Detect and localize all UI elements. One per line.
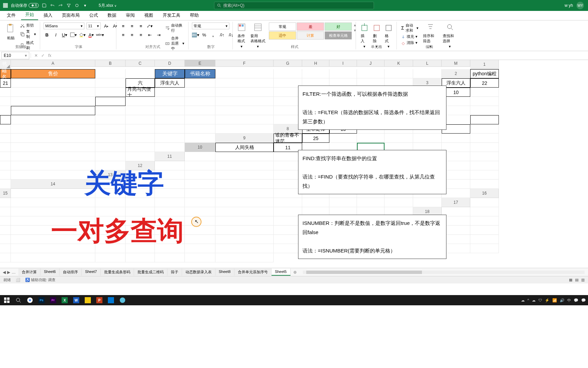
- cell-H8[interactable]: [0, 134, 11, 143]
- col-header-L[interactable]: L: [413, 60, 442, 67]
- cell-J19[interactable]: [215, 226, 274, 235]
- cell-I18[interactable]: [215, 216, 274, 226]
- sheet-tab[interactable]: Sheet6: [40, 269, 60, 276]
- cell-G8[interactable]: [470, 124, 499, 134]
- cell-F20[interactable]: [11, 235, 95, 244]
- cell-E4[interactable]: [11, 97, 95, 106]
- cell-B2[interactable]: 21: [0, 78, 11, 88]
- fill-color-button[interactable]: ▾: [79, 31, 86, 38]
- volume-icon[interactable]: 🔊: [560, 298, 565, 303]
- wrap-text-button[interactable]: 自动换行: [164, 22, 185, 33]
- cell-A17[interactable]: [470, 198, 499, 207]
- cell-E6[interactable]: [470, 106, 499, 115]
- cell-J9[interactable]: [11, 143, 95, 152]
- cut-button[interactable]: 剪切: [19, 22, 37, 28]
- cell-H22[interactable]: [11, 253, 95, 262]
- cell-H3[interactable]: [185, 88, 215, 97]
- cell-A16[interactable]: [0, 198, 11, 207]
- tab-layout[interactable]: 页面布局: [58, 11, 84, 20]
- cell-L6[interactable]: [215, 115, 274, 124]
- row-header-2[interactable]: 2: [442, 69, 470, 78]
- spreadsheet-grid[interactable]: ABCDEFGHIJKLM1书籍名称售价关键字书籍名称2python编程21六浮…: [0, 60, 588, 268]
- cell-G5[interactable]: [95, 106, 126, 115]
- tab-review[interactable]: 审阅: [122, 11, 139, 20]
- qat-more-icon[interactable]: ▾: [82, 3, 88, 8]
- cell-C4[interactable]: [470, 88, 499, 97]
- cell-L7[interactable]: [185, 124, 215, 134]
- row-header-1[interactable]: 1: [470, 60, 499, 69]
- word-icon[interactable]: W: [71, 295, 81, 305]
- sheet-nav-more-icon[interactable]: …: [12, 270, 16, 275]
- cell-E21[interactable]: [470, 235, 499, 244]
- cell-F1[interactable]: 书籍名称: [185, 69, 215, 78]
- macro-record-icon[interactable]: ⬜: [16, 278, 20, 282]
- cell-K9[interactable]: [95, 143, 126, 152]
- cell-K5[interactable]: [215, 106, 274, 115]
- cell-H16[interactable]: [274, 198, 302, 207]
- cell-L9[interactable]: [126, 143, 155, 152]
- cell-I19[interactable]: [185, 226, 215, 235]
- copy-button[interactable]: 复制 ▾: [19, 29, 37, 40]
- align-center-icon[interactable]: ≡: [129, 31, 135, 38]
- font-family-combo[interactable]: MiSans▾: [44, 22, 84, 29]
- col-header-A[interactable]: A: [11, 60, 95, 67]
- excel-taskbar-icon[interactable]: X: [60, 295, 69, 305]
- cell-G21[interactable]: [11, 244, 95, 253]
- align-bottom-icon[interactable]: ≡: [137, 22, 144, 29]
- sheet-tab[interactable]: 批量生成二维码: [134, 269, 167, 276]
- cell-D2[interactable]: [95, 78, 126, 88]
- cell-D20[interactable]: [470, 226, 499, 235]
- cell-I22[interactable]: [95, 253, 126, 262]
- avatar[interactable]: WY: [576, 2, 584, 9]
- row-header-14[interactable]: 14: [11, 180, 95, 189]
- undo-icon[interactable]: [50, 3, 55, 8]
- cell-D3[interactable]: [11, 88, 95, 97]
- cell-E20[interactable]: [0, 235, 11, 244]
- cell-F3[interactable]: 月亮与六便士: [126, 88, 155, 97]
- cell-I4[interactable]: [185, 97, 215, 106]
- cell-F2[interactable]: 浮生六人: [155, 78, 185, 88]
- style-neutral[interactable]: 适中: [269, 31, 296, 40]
- cell-A11[interactable]: [185, 152, 215, 161]
- underline-button[interactable]: U▾: [61, 31, 68, 38]
- name-box[interactable]: E10▾: [1, 52, 29, 59]
- cell-F21[interactable]: [0, 244, 11, 253]
- cell-K12[interactable]: [470, 161, 499, 170]
- cell-G2[interactable]: [185, 78, 215, 88]
- row-header-9[interactable]: 9: [215, 134, 274, 143]
- cell-H17[interactable]: [215, 207, 274, 216]
- align-middle-icon[interactable]: ≡: [129, 22, 135, 29]
- cell-B11[interactable]: [215, 152, 274, 161]
- increase-decimal-icon[interactable]: .0↑: [218, 31, 225, 38]
- cell-C17[interactable]: [11, 207, 95, 216]
- cell-K7[interactable]: [155, 124, 185, 134]
- cell-L22[interactable]: [185, 253, 215, 262]
- cell-C15[interactable]: [126, 189, 155, 198]
- cell-E16[interactable]: [155, 198, 185, 207]
- sheet-tab[interactable]: 批量生成条形码: [101, 269, 134, 276]
- cell-H5[interactable]: [126, 106, 155, 115]
- cell-A13[interactable]: [126, 170, 155, 180]
- cell-K8[interactable]: [126, 134, 155, 143]
- sheet-tab[interactable]: 筛子: [167, 269, 182, 276]
- row-header-13[interactable]: 13: [95, 170, 126, 180]
- style-calc[interactable]: 计算: [297, 31, 324, 40]
- cell-A9[interactable]: 谁的青春不迷茫: [274, 134, 302, 143]
- confirm-formula-icon[interactable]: ✓: [40, 53, 46, 58]
- cell-B3[interactable]: 22: [470, 78, 499, 88]
- start-button[interactable]: [2, 295, 12, 305]
- cell-C3[interactable]: [0, 88, 11, 97]
- cell-I8[interactable]: [11, 134, 95, 143]
- cell-D18[interactable]: [11, 216, 95, 226]
- cell-B16[interactable]: [11, 198, 95, 207]
- cell-F4[interactable]: [95, 97, 126, 106]
- cell-J7[interactable]: [126, 124, 155, 134]
- cell-C14[interactable]: [155, 180, 185, 189]
- premiere-icon[interactable]: Pr: [48, 295, 58, 305]
- row-header-10[interactable]: 10: [185, 143, 215, 152]
- cell-A12[interactable]: [155, 161, 185, 170]
- cell-D16[interactable]: [126, 198, 155, 207]
- sheet-nav-prev-icon[interactable]: ◀: [3, 270, 6, 275]
- cell-C16[interactable]: [95, 198, 126, 207]
- cell-C19[interactable]: [470, 216, 499, 226]
